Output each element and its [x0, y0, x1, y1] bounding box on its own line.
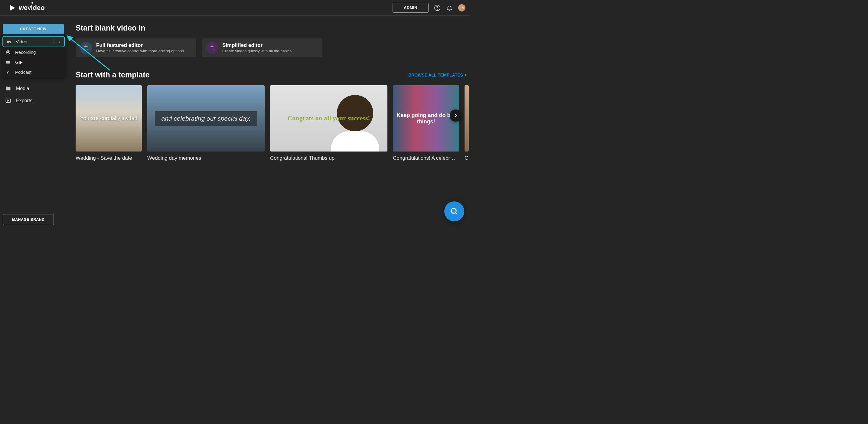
main-panel: Start blank video in Full featured edito…: [66, 16, 470, 231]
template-caption: Wedding - Save the date: [75, 155, 142, 161]
flyout-item-label: GIF: [15, 60, 23, 65]
help-icon[interactable]: [434, 4, 441, 11]
template-thumbnail: You are cordially invited: [75, 85, 142, 152]
thumbnail-overlay-text: Keep going and do big things!: [393, 112, 459, 125]
svg-point-4: [7, 52, 9, 53]
chevron-down-icon: ⌄: [58, 28, 61, 31]
divider: [54, 39, 54, 44]
editor-title: Simplified editor: [222, 42, 293, 49]
search-icon: [450, 207, 459, 216]
play-logo-icon: [8, 4, 16, 12]
template-thumbnail: Congrats on all your success!: [270, 85, 388, 152]
manage-brand-button[interactable]: MANAGE BRAND: [3, 214, 54, 225]
folder-star-icon: [5, 86, 11, 92]
sidebar-item-media[interactable]: Media: [4, 83, 64, 95]
music-note-icon: [5, 70, 11, 75]
sidebar-item-label: Media: [16, 86, 29, 91]
chevron-right-icon: ›: [59, 40, 61, 44]
svg-rect-7: [8, 60, 8, 61]
browse-templates-link[interactable]: BROWSE ALL TEMPLATES >: [408, 72, 467, 78]
avatar[interactable]: TN: [458, 4, 465, 11]
search-fab[interactable]: [444, 202, 464, 221]
sparkle-icon: [206, 42, 218, 54]
template-caption: Congratulations! A celebr…: [393, 155, 459, 161]
editor-options: Full featured editor Have full creative …: [75, 38, 470, 57]
flyout-item-label: Podcast: [15, 69, 31, 75]
svg-rect-8: [9, 60, 9, 61]
svg-rect-2: [7, 40, 9, 43]
chevron-right-icon: [454, 113, 458, 118]
blank-video-heading: Start blank video in: [75, 24, 470, 32]
editor-card-full[interactable]: Full featured editor Have full creative …: [75, 38, 196, 57]
template-card[interactable]: C: [465, 85, 469, 161]
editor-sub: Have full creative control with more edi…: [96, 49, 185, 53]
template-thumbnail: Keep going and do big things!: [393, 85, 459, 152]
svg-point-1: [437, 9, 438, 9]
brand-logo[interactable]: wevideo: [8, 4, 45, 12]
template-card[interactable]: and celebrating our special day. Wedding…: [147, 85, 265, 161]
sidebar: CREATE NEW ⌄ Video › Recording: [0, 16, 66, 231]
app-header: wevideo ADMIN TN: [0, 0, 470, 16]
sidebar-item-label: Exports: [16, 98, 32, 103]
svg-rect-5: [6, 61, 10, 63]
admin-button[interactable]: ADMIN: [393, 3, 429, 13]
svg-rect-6: [7, 60, 7, 61]
template-thumbnail: [465, 85, 469, 152]
editor-card-simplified[interactable]: Simplified editor Create videos quickly …: [202, 38, 322, 57]
record-icon: [5, 50, 11, 55]
template-caption: Wedding day memories: [147, 155, 265, 161]
template-caption: C: [465, 155, 469, 161]
svg-point-10: [451, 208, 456, 213]
sidebar-item-exports[interactable]: Exports: [4, 95, 64, 107]
flyout-item-recording[interactable]: Recording: [2, 47, 65, 57]
create-new-label: CREATE NEW: [20, 27, 46, 31]
template-card[interactable]: Keep going and do big things! Congratula…: [393, 85, 459, 161]
template-carousel: You are cordially invited Wedding - Save…: [75, 85, 470, 161]
template-card[interactable]: You are cordially invited Wedding - Save…: [75, 85, 142, 161]
editor-sub: Create videos quickly with all the basic…: [222, 49, 293, 53]
thumbnail-overlay-text: You are cordially invited: [77, 115, 140, 122]
flyout-item-label: Video: [16, 39, 27, 44]
flyout-item-podcast[interactable]: Podcast: [2, 67, 65, 77]
create-new-button[interactable]: CREATE NEW ⌄: [3, 24, 64, 34]
flyout-item-label: Recording: [15, 50, 36, 55]
thumbnail-overlay-text: and celebrating our special day.: [155, 111, 257, 126]
flyout-item-video[interactable]: Video ›: [2, 36, 65, 47]
template-heading: Start with a template: [75, 70, 150, 79]
sidebar-nav: Media Exports: [3, 83, 64, 107]
thumbnail-overlay-text: Congrats on all your success!: [287, 114, 370, 123]
sparkle-icon: [80, 42, 92, 54]
create-flyout: Video › Recording GIF Podcast: [1, 35, 66, 78]
flyout-item-gif[interactable]: GIF: [2, 57, 65, 67]
editor-title: Full featured editor: [96, 42, 185, 49]
gif-icon: [5, 60, 11, 65]
export-play-icon: [5, 98, 11, 104]
video-camera-icon: [6, 39, 11, 44]
header-actions: ADMIN TN: [393, 3, 465, 13]
carousel-next-button[interactable]: [450, 110, 462, 122]
bell-icon[interactable]: [446, 4, 453, 11]
template-caption: Congratulations! Thumbs up: [270, 155, 388, 161]
template-card[interactable]: Congrats on all your success! Congratula…: [270, 85, 388, 161]
template-thumbnail: and celebrating our special day.: [147, 85, 265, 152]
brand-text: wevideo: [19, 4, 45, 12]
